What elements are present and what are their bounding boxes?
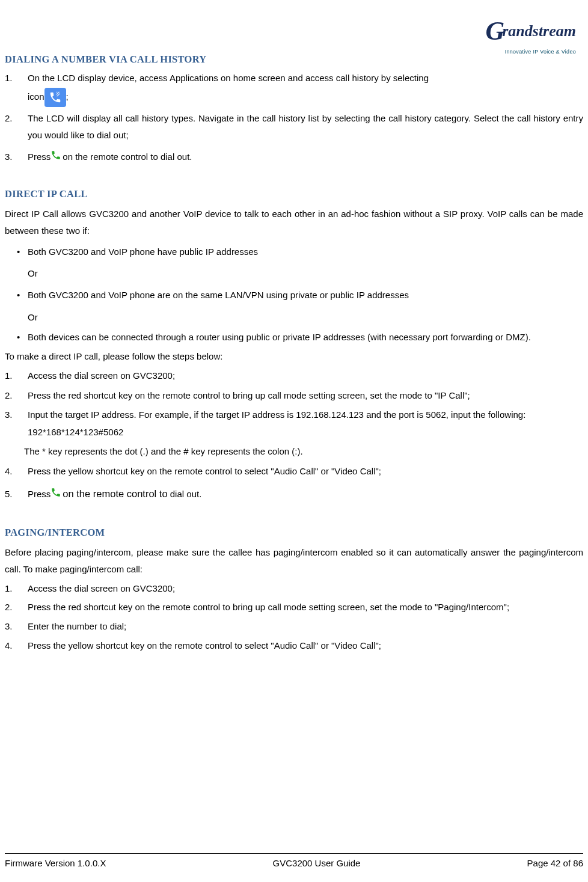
heading-direct-ip-call: DIRECT IP CALL [5,186,583,202]
call-history-icon [44,88,66,107]
list-item: Both GVC3200 and VoIP phone have public … [5,242,583,263]
dial-icon [51,147,63,168]
step-text: icon [28,91,44,102]
step-text: Enter the number to dial; [28,621,126,631]
or-separator: Or [5,265,583,283]
step-text: Press the red shortcut key on the remote… [28,390,470,400]
step-text: Access the dial screen on GVC3200; [28,583,175,593]
list-ip-call-steps-cont: 4.Press the yellow shortcut key on the r… [5,463,583,506]
list-item: 3.Presson the remote control to dial out… [5,147,583,168]
or-separator: Or [5,308,583,326]
list-item: Both GVC3200 and VoIP phone are on the s… [5,285,583,306]
paragraph: Before placing paging/intercom, please m… [5,544,583,578]
page-footer: Firmware Version 1.0.0.X GVC3200 User Gu… [5,853,583,871]
footer-firmware: Firmware Version 1.0.0.X [5,856,106,871]
list-item: 2.The LCD will display all call history … [5,110,583,144]
list-item: 3.Enter the number to dial; [5,618,583,635]
note-line: The * key represents the dot (.) and the… [5,443,583,461]
list-dialing-steps: 1.On the LCD display device, access Appl… [5,71,583,168]
paragraph: To make a direct IP call, please follow … [5,348,583,365]
list-paging-steps: 1.Access the dial screen on GVC3200; 2.P… [5,580,583,654]
logo-wordmark: Grandstream [485,6,576,50]
brand-logo: Grandstream Innovative IP Voice & Video [485,6,576,56]
footer-page-number: Page 42 of 86 [527,856,583,871]
paragraph: Direct IP Call allows GVC3200 and anothe… [5,206,583,239]
step-text: on the remote control to dial out. [63,152,192,162]
step-text: Press the yellow shortcut key on the rem… [28,640,381,651]
bullet-list: Both GVC3200 and VoIP phone are on the s… [5,285,583,306]
step-text: dial out. [168,489,202,499]
list-item: 4.Press the yellow shortcut key on the r… [5,637,583,654]
bullet-list: Both devices can be connected through a … [5,329,583,346]
list-item: 4.Press the yellow shortcut key on the r… [5,463,583,480]
page-content: DIALING A NUMBER VIA CALL HISTORY 1.On t… [5,9,583,654]
step-text: Press the red shortcut key on the remote… [28,602,509,612]
list-item: 1.On the LCD display device, access Appl… [5,71,583,108]
bullet-text: Both GVC3200 and VoIP phone are on the s… [28,290,409,300]
bullet-text: Both GVC3200 and VoIP phone have public … [28,247,258,257]
step-text: Access the dial screen on GVC3200; [28,370,175,381]
list-item: Both devices can be connected through a … [5,329,583,346]
heading-paging-intercom: PAGING/INTERCOM [5,524,583,541]
bullet-list: Both GVC3200 and VoIP phone have public … [5,242,583,263]
list-item: 2.Press the red shortcut key on the remo… [5,387,583,405]
step-text: Press [28,489,51,499]
step-text: The LCD will display all call history ty… [28,113,583,141]
list-item: 2.Press the red shortcut key on the remo… [5,599,583,616]
step-text: ; [66,91,69,102]
step-text: On the LCD display device, access Applic… [28,73,429,83]
step-text: Input the target IP address. For example… [28,409,525,420]
footer-title: GVC3200 User Guide [273,856,361,871]
code-line: 192*168*124*123#5062 [28,424,583,441]
step-text: on the remote control to [63,488,167,499]
dial-icon [51,484,63,506]
list-item: 1.Access the dial screen on GVC3200; [5,580,583,597]
step-text: Press the yellow shortcut key on the rem… [28,466,381,476]
list-ip-call-steps: 1.Access the dial screen on GVC3200; 2.P… [5,367,583,441]
step-text: Press [28,152,51,162]
list-item: 3.Input the target IP address. For examp… [5,406,583,441]
list-item: 1.Access the dial screen on GVC3200; [5,367,583,385]
list-item: 5.Presson the remote control to dial out… [5,482,583,506]
bullet-text: Both devices can be connected through a … [28,332,531,342]
